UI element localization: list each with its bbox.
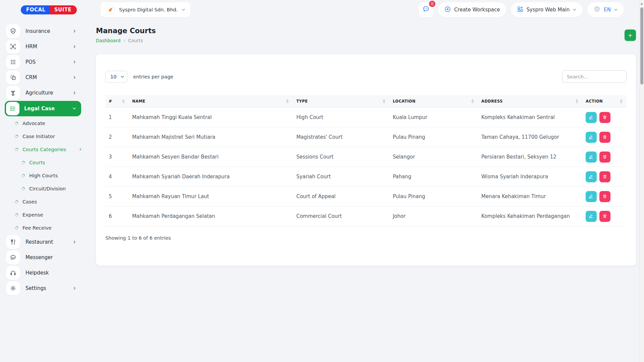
page-size-select[interactable]: 10	[105, 71, 127, 83]
overlap-squares-icon	[6, 70, 20, 84]
sidebar-item-courts-categories[interactable]: Courts Categories	[0, 143, 86, 156]
delete-button[interactable]	[599, 132, 610, 143]
cell-name: Mahkamah Syariah Daerah Inderapura	[129, 167, 293, 187]
plus-circle-icon	[444, 6, 451, 14]
pencil-icon	[589, 194, 593, 199]
sidebar-item-helpdesk[interactable]: Helpdesk	[0, 265, 86, 281]
create-workspace-button[interactable]: Create Workspace	[438, 2, 506, 17]
scrollbar-thumb[interactable]	[640, 7, 643, 84]
app-switcher-button[interactable]: Syspro Web Main	[511, 2, 583, 17]
scrollbar-up-arrow-icon[interactable]: ▲	[641, 2, 643, 5]
sidebar-item-settings[interactable]: Settings	[0, 281, 86, 296]
vertical-scrollbar[interactable]: ▲	[639, 0, 644, 362]
workspace-selector[interactable]: Syspro Digital Sdn. Bhd.	[101, 2, 190, 17]
breadcrumb: Dashboard › Courts	[96, 38, 156, 43]
sidebar-item-pos[interactable]: POS	[0, 54, 86, 70]
sidebar-item-legal-case[interactable]: Legal Case	[5, 101, 81, 116]
pencil-icon	[589, 155, 593, 159]
headphones-icon	[6, 266, 20, 280]
cell-index: 1	[105, 108, 129, 127]
sidebar-item-messenger[interactable]: Messenger	[0, 250, 86, 265]
header-type[interactable]: TYPE	[293, 95, 389, 108]
cell-type: Magistrates' Court	[293, 127, 389, 147]
sidebar-item-label: Case Initiator	[22, 134, 55, 139]
bullet-icon	[21, 160, 25, 165]
breadcrumb-separator-icon: ›	[123, 38, 125, 43]
cell-address: Menara Kehakiman Timur	[478, 187, 582, 206]
main-content: Manage Courts Dashboard › Courts + 10	[86, 19, 644, 362]
sidebar-item-cases[interactable]: Cases	[0, 195, 86, 208]
sidebar-item-hrm[interactable]: HRM	[0, 39, 86, 54]
sidebar-item-label: Settings	[25, 285, 46, 291]
sidebar-item-label: CRM	[25, 74, 37, 80]
header-address[interactable]: ADDRESS	[478, 95, 582, 108]
sidebar-item-circuit-division[interactable]: Circuit/Division	[0, 182, 86, 195]
sort-icon	[471, 99, 474, 103]
page-size-value: 10	[110, 74, 116, 79]
bullet-icon	[14, 134, 19, 138]
bullet-icon	[14, 225, 19, 230]
sidebar-item-high-courts[interactable]: High Courts	[0, 169, 86, 182]
sidebar-item-expense[interactable]: Expense	[0, 208, 86, 221]
edit-button[interactable]	[586, 191, 597, 202]
sidebar-item-label: Advocate	[22, 121, 45, 126]
sidebar-item-label: Courts	[29, 160, 45, 165]
sidebar-item-label: Cases	[22, 199, 37, 204]
language-label: EN	[604, 7, 611, 13]
header-action[interactable]: ACTION	[582, 95, 627, 108]
trash-icon	[602, 135, 607, 139]
chevron-right-icon	[72, 90, 76, 96]
cell-type: Sessions Court	[293, 147, 389, 167]
brand-logo-suite: SUITE	[50, 5, 77, 14]
table-header-row: # NAME TYPE LOCATION ADDRESS ACTION	[105, 95, 627, 108]
edit-button[interactable]	[586, 171, 597, 182]
chevron-right-icon	[72, 59, 76, 65]
sidebar-item-courts[interactable]: Courts	[0, 156, 86, 169]
app-switcher-label: Syspro Web Main	[527, 7, 570, 13]
pencil-icon	[589, 135, 593, 139]
cell-name: Mahkamah Sesyen Bandar Bestari	[129, 147, 293, 167]
add-court-button[interactable]: +	[625, 29, 636, 41]
header-location[interactable]: LOCATION	[389, 95, 478, 108]
chat-button[interactable]: 0	[419, 2, 433, 17]
bullet-icon	[21, 186, 25, 191]
sidebar-item-fee-receive[interactable]: Fee Receive	[0, 221, 86, 234]
brand-logo: FOCAL SUITE	[21, 5, 86, 14]
header-index[interactable]: #	[105, 95, 129, 108]
edit-button[interactable]	[586, 132, 597, 143]
workspace-logo-icon	[105, 5, 115, 15]
search-input[interactable]	[562, 70, 627, 83]
topbar: FOCAL SUITE Syspro Digital Sdn. Bhd. 0	[0, 0, 644, 19]
row-actions	[586, 132, 623, 143]
sidebar-item-agriculture[interactable]: Agriculture	[0, 85, 86, 101]
sidebar-item-label: Courts Categories	[22, 147, 66, 152]
delete-button[interactable]	[599, 112, 610, 123]
delete-button[interactable]	[599, 152, 610, 163]
delete-button[interactable]	[599, 171, 610, 182]
sidebar-item-restaurant[interactable]: Restaurant	[0, 234, 86, 250]
sidebar-item-case-initiator[interactable]: Case Initiator	[0, 130, 86, 143]
breadcrumb-dashboard-link[interactable]: Dashboard	[96, 38, 120, 43]
trash-icon	[602, 115, 607, 120]
sidebar-item-advocate[interactable]: Advocate	[0, 117, 86, 130]
edit-button[interactable]	[586, 112, 597, 123]
sidebar-item-crm[interactable]: CRM	[0, 70, 86, 85]
plus-icon: +	[628, 32, 632, 39]
edit-button[interactable]	[586, 152, 597, 163]
cell-index: 3	[105, 147, 129, 167]
edit-button[interactable]	[586, 211, 597, 222]
cell-location: Johor	[389, 206, 478, 226]
delete-button[interactable]	[599, 191, 610, 202]
sidebar-item-label: Helpdesk	[25, 270, 49, 276]
user-scan-icon	[6, 40, 20, 54]
language-selector[interactable]: EN	[587, 2, 624, 17]
shield-check-icon	[6, 24, 20, 38]
delete-button[interactable]	[599, 211, 610, 222]
sort-icon	[383, 99, 385, 103]
cell-address: Kompleks Kehakiman Sentral	[478, 108, 582, 127]
sidebar-item-label: Circuit/Division	[29, 186, 66, 191]
table-controls: 10 entries per page	[105, 70, 627, 83]
sidebar-item-insurance[interactable]: Insurance	[0, 23, 86, 39]
chevron-down-icon	[72, 106, 76, 112]
header-name[interactable]: NAME	[129, 95, 293, 108]
